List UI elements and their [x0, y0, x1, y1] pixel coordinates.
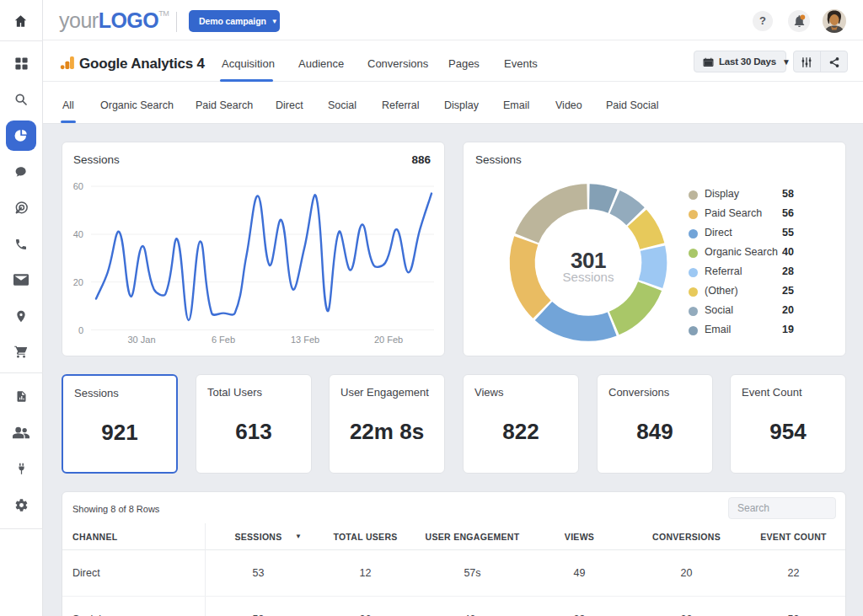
svg-text:6 Feb: 6 Feb	[212, 335, 235, 345]
svg-text:20: 20	[73, 277, 83, 287]
svg-text:40: 40	[73, 229, 83, 239]
svg-text:0: 0	[78, 325, 83, 335]
svg-text:30 Jan: 30 Jan	[127, 335, 155, 345]
svg-text:13 Feb: 13 Feb	[291, 335, 319, 345]
svg-text:20 Feb: 20 Feb	[374, 335, 403, 345]
svg-text:60: 60	[73, 181, 83, 191]
